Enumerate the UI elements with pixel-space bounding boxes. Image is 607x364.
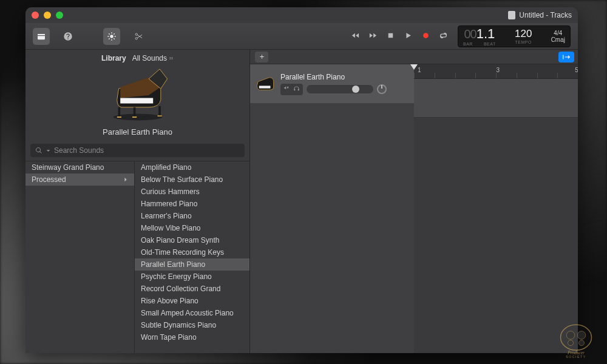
svg-point-7 [566,331,575,340]
tracks-area: Parallel Earth Piano [250,50,578,353]
track-header[interactable]: Parallel Earth Piano [250,64,414,103]
search-input[interactable] [54,146,240,155]
lcd-beat-label: BEAT [484,42,496,46]
chevron-down-icon [46,149,50,153]
ruler-tick: 1 [418,67,421,73]
app-window: Untitled - Tracks 00 [25,7,578,353]
quick-help-button[interactable] [59,28,76,45]
watermark-logo: Producer SOCIETY [549,322,603,360]
volume-slider[interactable] [307,85,373,93]
scissors-tool-button[interactable] [130,28,147,45]
arrange-area[interactable]: 135 [414,64,578,353]
piano-icon [104,68,171,123]
record-button[interactable] [421,31,430,42]
tracks-header-bar [250,50,578,64]
list-item[interactable]: Curious Hammers [135,186,249,198]
list-item[interactable]: Below The Surface Piano [135,174,249,186]
close-button[interactable] [32,12,39,19]
svg-rect-5 [259,86,271,88]
search-icon [35,147,42,154]
lcd-timesig: 4/4 [554,30,562,36]
zoom-button[interactable] [56,12,63,19]
document-icon [508,11,515,19]
lcd-tempo-label: TEMPO [515,40,531,44]
titlebar: Untitled - Tracks [25,7,578,23]
library-label: Library [101,54,126,62]
catch-playhead-button[interactable] [558,52,574,62]
list-item[interactable]: Small Amped Acoustic Piano [135,307,249,319]
window-title-text: Untitled - Tracks [519,11,572,19]
track-header-list: Parallel Earth Piano [250,64,414,353]
lcd-beat: 1 [487,26,495,42]
library-toggle-button[interactable] [33,28,50,45]
search-field[interactable] [30,144,245,157]
list-item[interactable]: Learner's Piano [135,210,249,222]
svg-point-9 [568,340,574,346]
mute-solo-group [280,84,303,95]
mute-button[interactable] [283,85,290,94]
lcd-display[interactable]: 00 1 . 1 BAR BEAT 120 TEMPO 4/4 Cmaj [458,25,571,47]
timeline-ruler[interactable]: 135 [414,64,578,79]
list-item[interactable]: Amplified Piano [135,161,249,174]
lcd-bar: 1 [476,26,484,42]
track-instrument-icon [255,73,276,94]
minimize-button[interactable] [44,12,51,19]
forward-button[interactable] [368,31,378,42]
library-column-1[interactable]: Steinway Grand PianoProcessed [25,161,135,353]
library-header: Library All Sounds [25,50,249,64]
track-name: Parallel Earth Piano [280,73,409,81]
editors-button[interactable] [103,28,120,45]
stop-button[interactable] [386,31,395,42]
pan-knob[interactable] [377,84,387,94]
list-item[interactable]: Old-Time Recording Keys [135,246,249,258]
library-browser: Steinway Grand PianoProcessed Amplified … [25,161,249,353]
list-item[interactable]: Subtle Dynamics Piano [135,319,249,331]
window-title: Untitled - Tracks [508,11,572,19]
list-item[interactable]: Rise Above Piano [135,295,249,307]
svg-rect-4 [120,98,153,104]
window-controls [32,12,63,19]
add-track-button[interactable] [255,52,268,62]
transport-controls [351,31,448,42]
library-preview: Parallel Earth Piano [25,64,249,144]
play-button[interactable] [404,31,413,42]
library-panel: Library All Sounds [25,50,250,353]
list-item[interactable]: Worn Tape Piano [135,331,249,343]
lcd-bar-label: BAR [463,42,473,46]
playhead-icon[interactable] [410,64,418,70]
list-item[interactable]: Mellow Vibe Piano [135,222,249,234]
svg-point-6 [561,325,592,350]
lcd-tempo: 120 [515,28,532,40]
svg-point-0 [110,35,113,38]
list-item[interactable]: Steinway Grand Piano [25,161,134,174]
list-item[interactable]: Parallel Earth Piano [135,258,249,271]
list-item[interactable]: Oak Piano Dream Synth [135,234,249,246]
svg-text:SOCIETY: SOCIETY [566,355,586,358]
svg-point-8 [577,331,586,340]
preview-patch-name: Parallel Earth Piano [103,127,172,136]
list-item[interactable]: Processed [25,174,134,186]
chevron-right-icon [123,175,128,184]
rewind-button[interactable] [351,31,360,42]
lcd-bar-prefix: 00 [464,27,476,41]
svg-rect-1 [388,33,393,38]
svg-point-2 [423,33,429,38]
track-lane[interactable] [414,79,578,118]
toolbar: 00 1 . 1 BAR BEAT 120 TEMPO 4/4 Cmaj [25,23,578,50]
ruler-tick: 3 [497,67,500,73]
list-item[interactable]: Hammered Piano [135,198,249,210]
list-item[interactable]: Psychic Energy Piano [135,271,249,283]
content-area: Library All Sounds [25,50,578,353]
library-scope-dropdown[interactable]: All Sounds [132,54,174,62]
list-item[interactable]: Record Collection Grand [135,283,249,295]
headphones-button[interactable] [293,85,300,94]
library-column-2[interactable]: Amplified PianoBelow The Surface PianoCu… [135,161,249,353]
cycle-button[interactable] [439,31,448,42]
lcd-key: Cmaj [551,36,565,43]
svg-point-10 [579,340,585,346]
